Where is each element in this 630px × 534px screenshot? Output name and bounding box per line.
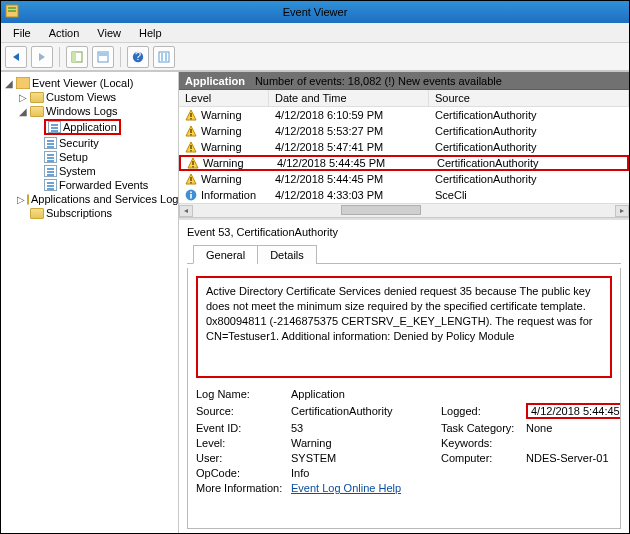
menu-file[interactable]: File [5,25,39,41]
menu-help[interactable]: Help [131,25,170,41]
navigation-tree[interactable]: ◢ Event Viewer (Local) ▷ Custom Views ◢ … [1,72,179,533]
log-icon [44,137,57,149]
tree-windows-logs[interactable]: ◢ Windows Logs [3,104,176,118]
svg-rect-14 [16,77,30,89]
cell-source: CertificationAuthority [429,139,629,155]
title-bar[interactable]: Event Viewer [1,1,629,23]
grid-header[interactable]: Level Date and Time Source Event ID [179,90,629,107]
cell-level: Warning [203,157,244,169]
expander-icon[interactable]: ▷ [17,194,25,205]
col-datetime[interactable]: Date and Time [269,90,429,107]
link-online-help[interactable]: Event Log Online Help [291,482,401,494]
count-label: Number of events: [255,75,345,87]
folder-icon [30,208,44,219]
cell-datetime: 4/12/2018 5:44:45 PM [271,157,431,169]
lbl-logged: Logged: [441,405,526,417]
scroll-thumb[interactable] [341,205,421,215]
svg-rect-28 [190,177,191,181]
folder-icon [27,194,29,205]
highlight-box: Application [44,119,121,135]
app-icon [5,4,19,18]
event-grid[interactable]: Level Date and Time Source Event ID Warn… [179,90,629,218]
scroll-right-button[interactable]: ▸ [615,205,629,217]
event-row[interactable]: Information4/12/2018 4:33:03 PMSceCli170… [179,187,629,203]
svg-marker-3 [13,53,19,61]
tree-label: Subscriptions [46,207,112,219]
scroll-track[interactable] [193,205,615,217]
window-title: Event Viewer [283,6,348,18]
lbl-taskcat: Task Category: [441,422,526,434]
menu-view[interactable]: View [89,25,129,41]
tree-subscriptions[interactable]: Subscriptions [3,206,176,220]
tree-label: Applications and Services Logs [31,193,179,205]
back-button[interactable] [5,46,27,68]
cell-datetime: 4/12/2018 6:10:59 PM [269,107,429,123]
event-message[interactable]: Active Directory Certificate Services de… [196,276,612,378]
count-value: 18,082 (!) New events available [348,75,502,87]
tree-root-label: Event Viewer (Local) [32,77,133,89]
svg-rect-16 [190,113,191,117]
tree-application[interactable]: Application [3,118,176,136]
tree-security[interactable]: Security [3,136,176,150]
lbl-eventid: Event ID: [196,422,291,434]
detail-title: Event 53, CertificationAuthority [187,226,621,240]
horizontal-scrollbar[interactable]: ◂ ▸ [179,203,629,217]
svg-rect-2 [8,10,16,12]
val-logged: 4/12/2018 5:44:45 PM [526,403,621,419]
cell-source: CertificationAuthority [429,107,629,123]
tree-root[interactable]: ◢ Event Viewer (Local) [3,76,176,90]
menu-action[interactable]: Action [41,25,88,41]
event-detail-pane: Event 53, CertificationAuthority General… [179,218,629,533]
expander-icon[interactable]: ▷ [17,92,28,103]
expander-icon[interactable]: ◢ [3,78,14,89]
properties-button[interactable] [92,46,114,68]
lbl-moreinfo: More Information: [196,482,291,494]
tree-setup[interactable]: Setup [3,150,176,164]
val-user: SYSTEM [291,452,441,464]
event-row[interactable]: Warning4/12/2018 5:44:45 PMCertification… [179,171,629,187]
svg-rect-19 [190,129,191,133]
svg-rect-11 [159,52,169,62]
tree-system[interactable]: System [3,164,176,178]
tab-body-general: Active Directory Certificate Services de… [187,268,621,529]
expander-icon[interactable]: ◢ [17,106,28,117]
scroll-left-button[interactable]: ◂ [179,205,193,217]
lbl-keywords: Keywords: [441,437,526,449]
log-icon [44,179,57,191]
show-hide-tree-button[interactable] [66,46,88,68]
info-icon [185,189,197,201]
col-level[interactable]: Level [179,90,269,107]
log-icon [44,165,57,177]
svg-rect-31 [190,194,192,199]
forward-button[interactable] [31,46,53,68]
tree-label: Custom Views [46,91,116,103]
val-opcode: Info [291,467,441,479]
folder-icon [30,106,44,117]
tab-details[interactable]: Details [257,245,317,264]
cell-level: Warning [201,141,242,153]
svg-rect-12 [161,53,163,61]
tree-apps-services-logs[interactable]: ▷ Applications and Services Logs [3,192,176,206]
cell-source: SceCli [429,187,629,203]
event-row[interactable]: Warning4/12/2018 5:53:27 PMCertification… [179,123,629,139]
cell-level: Warning [201,109,242,121]
event-row[interactable]: Warning4/12/2018 5:47:41 PMCertification… [179,139,629,155]
event-row[interactable]: Warning4/12/2018 6:10:59 PMCertification… [179,107,629,123]
tree-label: Forwarded Events [59,179,148,191]
cell-datetime: 4/12/2018 5:53:27 PM [269,123,429,139]
lbl-level: Level: [196,437,291,449]
lbl-logname: Log Name: [196,388,291,400]
current-log-name: Application [185,75,245,87]
event-row[interactable]: Warning4/12/2018 5:44:45 PMCertification… [179,155,629,171]
tree-custom-views[interactable]: ▷ Custom Views [3,90,176,104]
cell-source: CertificationAuthority [431,157,629,169]
lbl-computer: Computer: [441,452,526,464]
svg-rect-17 [190,118,191,119]
tree-label: Windows Logs [46,105,118,117]
refresh-button[interactable] [153,46,175,68]
help-button[interactable]: ? [127,46,149,68]
lbl-source: Source: [196,405,291,417]
col-source[interactable]: Source [429,90,629,107]
tree-forwarded[interactable]: Forwarded Events [3,178,176,192]
tab-general[interactable]: General [193,245,258,264]
